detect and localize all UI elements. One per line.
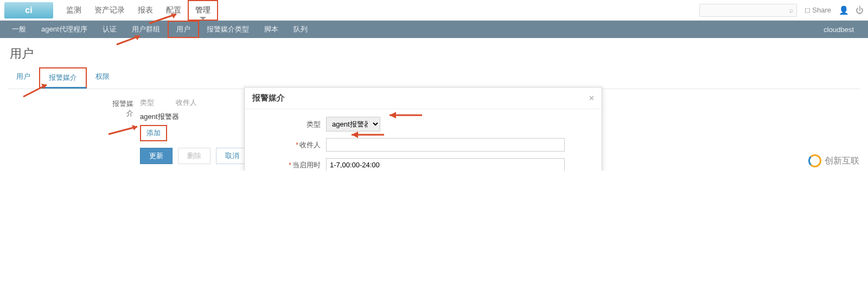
- dialog-title: 报警媒介: [252, 93, 285, 103]
- power-icon[interactable]: ⏻: [855, 5, 864, 15]
- brand-icon: [808, 154, 821, 167]
- label-when-active: 当启用时: [292, 161, 321, 169]
- topnav-config[interactable]: 配置: [159, 0, 188, 21]
- topnav-reports[interactable]: 报表: [131, 0, 159, 21]
- user-icon[interactable]: 👤: [839, 5, 847, 15]
- search-icon: ⌕: [789, 7, 793, 14]
- sub-nav: 一般 agent代理程序 认证 用户群组 用户 报警媒介类型 脚本 队列 clo…: [0, 21, 868, 38]
- when-active-input[interactable]: [326, 158, 565, 171]
- share-label: Share: [812, 6, 831, 14]
- topnav-admin[interactable]: 管理: [188, 0, 218, 21]
- media-dialog: 报警媒介 × 类型 agent报警器 *收件人 *当启用时 如果存在严重性则使用…: [244, 87, 602, 171]
- subnav-queue[interactable]: 队列: [286, 21, 315, 38]
- media-section-label: 报警媒介: [107, 96, 140, 164]
- logo: ci: [4, 2, 53, 18]
- subnav-scripts[interactable]: 脚本: [257, 21, 286, 38]
- share-button[interactable]: ◻ Share: [805, 6, 831, 14]
- tab-media[interactable]: 报警媒介: [39, 67, 87, 89]
- update-button[interactable]: 更新: [140, 148, 173, 164]
- add-media-link[interactable]: 添加: [140, 125, 167, 141]
- subnav-auth[interactable]: 认证: [95, 21, 124, 38]
- brand-watermark: 创新互联: [808, 154, 859, 167]
- label-recipient: 收件人: [299, 141, 321, 149]
- subnav-general[interactable]: 一般: [4, 21, 34, 38]
- close-icon[interactable]: ×: [589, 93, 594, 103]
- tabs: 用户 报警媒介 权限: [8, 67, 860, 89]
- subnav-proxies[interactable]: agent代理程序: [34, 21, 95, 38]
- subnav-usergroups[interactable]: 用户群组: [124, 21, 168, 38]
- brand-text: 创新互联: [825, 155, 859, 167]
- top-bar: ci 监测 资产记录 报表 配置 管理 ⌕ ◻ Share 👤 ⏻: [0, 0, 868, 21]
- delete-button[interactable]: 删除: [178, 148, 210, 164]
- tab-user[interactable]: 用户: [8, 67, 39, 89]
- label-type: 类型: [256, 120, 326, 129]
- topnav-inventory[interactable]: 资产记录: [88, 0, 131, 21]
- subnav-right-label: cloudbest: [824, 26, 864, 34]
- search-input[interactable]: ⌕: [699, 4, 797, 17]
- topbar-right: ⌕ ◻ Share 👤 ⏻: [699, 4, 864, 17]
- type-select[interactable]: agent报警器: [326, 117, 380, 131]
- dialog-header: 报警媒介 ×: [245, 87, 602, 109]
- subnav-mediatypes[interactable]: 报警媒介类型: [199, 21, 257, 38]
- media-row: agent报警器: [140, 110, 248, 124]
- cancel-button[interactable]: 取消: [216, 148, 248, 164]
- page-title: 用户: [0, 38, 868, 67]
- subnav-users[interactable]: 用户: [168, 21, 199, 38]
- col-type: 类型: [140, 98, 154, 108]
- topnav-monitor[interactable]: 监测: [60, 0, 88, 21]
- tab-permissions[interactable]: 权限: [87, 67, 118, 89]
- col-recipient: 收件人: [176, 98, 197, 108]
- recipient-input[interactable]: [326, 138, 565, 152]
